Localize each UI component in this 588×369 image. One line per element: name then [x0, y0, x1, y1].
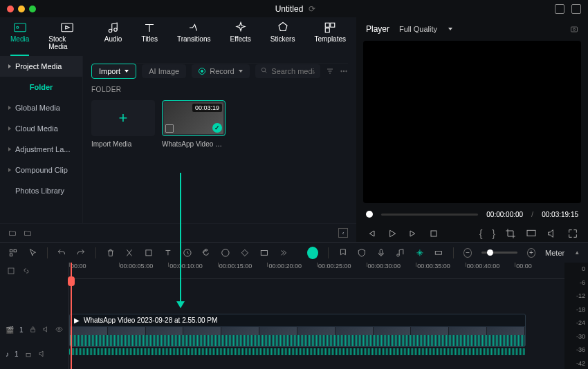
- mark-out-icon[interactable]: }: [492, 228, 495, 239]
- svg-rect-17: [14, 249, 16, 252]
- audio-track-waveform[interactable]: [69, 348, 526, 355]
- filter-icon[interactable]: [326, 67, 334, 75]
- media-clip-tile[interactable]: 00:03:19 WhatsApp Video 202...: [162, 100, 226, 148]
- ai-image-button[interactable]: AI Image: [142, 64, 186, 78]
- sidebar-photos-library[interactable]: Photos Library: [0, 180, 82, 201]
- svg-point-8: [261, 68, 266, 73]
- audio-track-head[interactable]: ♪ 1: [0, 347, 68, 361]
- snap-icon[interactable]: [415, 247, 425, 258]
- folder-icon[interactable]: [24, 229, 32, 237]
- zoom-out-button[interactable]: −: [463, 248, 472, 258]
- window-controls[interactable]: [7, 6, 36, 12]
- track-options-icon[interactable]: [7, 267, 15, 275]
- layout-icon-2[interactable]: [571, 4, 581, 14]
- fullscreen-icon[interactable]: [567, 228, 578, 239]
- playhead[interactable]: [71, 263, 72, 369]
- delete-icon[interactable]: [106, 247, 116, 258]
- play-button[interactable]: [387, 228, 398, 239]
- display-icon[interactable]: [526, 228, 537, 239]
- split-icon[interactable]: [125, 247, 134, 258]
- sidebar-adjustment-layer[interactable]: Adjustment La...: [0, 139, 82, 160]
- render-icon[interactable]: [259, 247, 269, 258]
- close-window[interactable]: [7, 6, 14, 12]
- crop-tool-icon[interactable]: [144, 247, 154, 258]
- lock-icon[interactable]: [24, 350, 33, 358]
- link-track-icon[interactable]: [22, 267, 30, 275]
- svg-rect-29: [26, 354, 30, 357]
- zoom-slider[interactable]: [481, 252, 517, 254]
- import-media-tile[interactable]: + Import Media: [91, 100, 155, 148]
- collapse-sidebar[interactable]: ‹: [338, 228, 348, 238]
- sidebar-compound-clip[interactable]: Compound Clip: [0, 160, 82, 180]
- ai-feature-icon[interactable]: [307, 247, 318, 259]
- record-button[interactable]: Record: [192, 64, 249, 78]
- import-button[interactable]: Import: [91, 64, 136, 79]
- mute-icon[interactable]: [38, 350, 46, 358]
- lock-icon[interactable]: [29, 325, 37, 334]
- chevron-down-icon: [239, 70, 243, 73]
- next-frame-button[interactable]: [407, 228, 419, 239]
- timeline-ruler[interactable]: 00:00 00:00:05:00 00:00:10:00 00:00:15:0…: [69, 263, 564, 279]
- eye-icon[interactable]: [55, 325, 63, 334]
- undo-icon[interactable]: [57, 247, 66, 258]
- video-track-head[interactable]: 🎬 1: [0, 312, 68, 347]
- timeline-canvas[interactable]: 00:00 00:00:05:00 00:00:10:00 00:00:15:0…: [69, 263, 564, 369]
- search-media[interactable]: [255, 64, 320, 78]
- stop-button[interactable]: [428, 228, 439, 239]
- link-icon[interactable]: [434, 247, 443, 258]
- search-input[interactable]: [271, 67, 315, 75]
- tab-stock-media[interactable]: Stock Media: [48, 23, 85, 56]
- speed-icon[interactable]: [183, 247, 192, 258]
- sidebar-cloud-media[interactable]: Cloud Media: [0, 118, 82, 139]
- mute-icon[interactable]: [42, 325, 50, 334]
- scrub-track[interactable]: [381, 214, 478, 216]
- shield-icon[interactable]: [357, 247, 367, 258]
- text-icon[interactable]: [163, 247, 173, 258]
- more-icon[interactable]: [340, 67, 348, 75]
- timeline-toolbar: − + Meter▲: [0, 242, 588, 263]
- music-icon[interactable]: [396, 247, 405, 258]
- zoom-in-button[interactable]: +: [527, 248, 535, 258]
- snapshot-icon[interactable]: [570, 25, 578, 33]
- video-track-icon: 🎬: [6, 326, 14, 334]
- marker-icon[interactable]: [338, 247, 348, 258]
- tab-media[interactable]: Media: [10, 23, 29, 56]
- svg-rect-27: [30, 329, 35, 332]
- tab-effects[interactable]: Effects: [230, 23, 250, 56]
- tab-templates[interactable]: Templates: [314, 23, 346, 56]
- clip-duration: 00:03:19: [192, 104, 222, 112]
- total-time: 00:03:19:15: [542, 211, 578, 218]
- tab-titles[interactable]: Titles: [141, 23, 158, 56]
- crop-icon[interactable]: [505, 228, 516, 239]
- tool-grid-icon[interactable]: [8, 247, 18, 258]
- volume-icon[interactable]: [546, 228, 558, 239]
- tab-transitions[interactable]: Transitions: [177, 23, 211, 56]
- keyframe-icon[interactable]: [240, 247, 250, 258]
- svg-point-28: [58, 328, 60, 330]
- tool-cursor-icon[interactable]: [28, 247, 37, 258]
- tab-stickers[interactable]: Stickers: [270, 23, 295, 56]
- sidebar-project-media[interactable]: Project Media: [0, 56, 82, 77]
- preview-canvas[interactable]: [363, 41, 581, 203]
- meter-label[interactable]: Meter: [545, 249, 564, 257]
- audio-waveform: [70, 335, 525, 346]
- more-tools-icon[interactable]: [278, 247, 288, 258]
- redo-icon[interactable]: [76, 247, 86, 258]
- prev-frame-button[interactable]: [366, 228, 377, 239]
- svg-rect-25: [436, 251, 442, 254]
- scrub-handle[interactable]: [366, 211, 373, 218]
- timeline-clip[interactable]: ▶WhatsApp Video 2023-09-28 at 2.55.00 PM: [69, 314, 526, 347]
- maximize-window[interactable]: [29, 6, 36, 12]
- sidebar-folder[interactable]: Folder: [0, 77, 82, 97]
- rotate-icon[interactable]: [201, 247, 211, 258]
- color-icon[interactable]: [221, 247, 230, 258]
- minimize-window[interactable]: [18, 6, 25, 12]
- sidebar-global-media[interactable]: Global Media: [0, 97, 82, 118]
- layout-icon-1[interactable]: [555, 4, 564, 14]
- mic-icon[interactable]: [376, 247, 386, 258]
- mark-in-icon[interactable]: {: [479, 228, 483, 239]
- new-folder-icon[interactable]: [8, 229, 17, 237]
- svg-point-10: [343, 70, 344, 72]
- tab-audio[interactable]: Audio: [104, 23, 122, 56]
- quality-select[interactable]: Full Quality: [399, 25, 452, 33]
